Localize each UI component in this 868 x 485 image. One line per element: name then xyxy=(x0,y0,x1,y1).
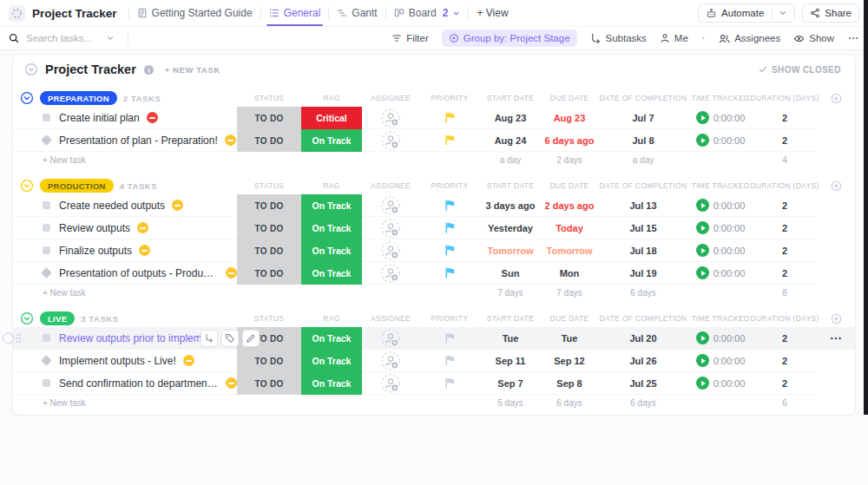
duration-cell[interactable]: 2 xyxy=(753,107,817,129)
completion-date-cell[interactable]: Jul 8 xyxy=(598,129,688,152)
start-date-cell[interactable]: Tomorrow xyxy=(480,239,541,262)
flag-icon[interactable] xyxy=(444,245,455,256)
priority-cell[interactable] xyxy=(419,239,480,262)
show-closed-toggle[interactable]: SHOW CLOSED xyxy=(759,65,841,75)
plus-circle-icon[interactable] xyxy=(831,313,842,324)
assignee-cell[interactable] xyxy=(362,327,419,350)
duration-cell[interactable]: 2 xyxy=(753,194,817,217)
status-cell[interactable]: TO DO xyxy=(237,217,301,239)
play-icon[interactable] xyxy=(696,199,709,212)
column-header-assignee[interactable]: ASSIGNEE xyxy=(362,177,419,194)
add-column-button[interactable] xyxy=(817,310,855,327)
time-tracked-cell[interactable]: 0:00:00 xyxy=(688,327,753,350)
automate-button[interactable]: Automate xyxy=(698,3,795,23)
column-header-start-date[interactable]: START DATE xyxy=(480,89,541,107)
due-date-cell[interactable]: Sep 12 xyxy=(541,350,598,372)
task-row[interactable]: Presentation of outputs - Production!TO … xyxy=(13,262,855,285)
assignee-add-icon[interactable] xyxy=(381,374,400,393)
status-cell[interactable]: TO DO xyxy=(237,239,301,262)
assignee-cell[interactable] xyxy=(362,350,419,372)
tab-getting-started-guide[interactable]: Getting Started Guide xyxy=(137,0,253,26)
time-tracked-cell[interactable]: 0:00:00 xyxy=(688,107,753,129)
more-options-icon[interactable] xyxy=(847,32,859,44)
duration-cell[interactable]: 2 xyxy=(753,262,817,285)
status-cell[interactable]: TO DO xyxy=(237,262,301,285)
tab-gantt[interactable]: Gantt xyxy=(337,0,377,26)
add-task-button[interactable]: + New task xyxy=(13,395,237,411)
column-header-status[interactable]: STATUS xyxy=(237,89,301,107)
spinner-icon[interactable] xyxy=(9,5,25,22)
assignee-add-icon[interactable] xyxy=(381,264,400,283)
priority-cell[interactable] xyxy=(419,194,480,217)
duration-cell[interactable]: 2 xyxy=(753,327,817,350)
flag-icon[interactable] xyxy=(444,112,455,123)
group-stage-badge[interactable]: PRODUCTION xyxy=(40,179,114,193)
task-title-cell[interactable]: Presentation of outputs - Production! xyxy=(13,262,237,285)
start-date-cell[interactable]: Yesterday xyxy=(480,217,541,239)
column-header-assignee[interactable]: ASSIGNEE xyxy=(362,310,419,327)
status-cell[interactable]: TO DO xyxy=(237,107,301,129)
tag-button[interactable] xyxy=(221,330,239,347)
column-header-priority[interactable]: PRIORITY xyxy=(419,89,480,107)
chevron-down-icon[interactable] xyxy=(106,34,115,43)
task-title[interactable]: Presentation of outputs - Production! xyxy=(59,267,219,279)
rag-cell[interactable]: On Track xyxy=(301,262,362,285)
blocked-badge-icon[interactable] xyxy=(139,245,150,256)
subtasks-button[interactable]: Subtasks xyxy=(590,33,647,44)
chevron-down-icon[interactable] xyxy=(452,10,460,17)
rag-cell[interactable]: On Track xyxy=(301,372,362,395)
flag-icon[interactable] xyxy=(444,332,455,344)
tab-general[interactable]: General xyxy=(269,0,321,26)
task-title-cell[interactable]: Presentation of plan - Preparation! xyxy=(13,129,237,152)
filter-button[interactable]: Filter xyxy=(391,33,429,43)
play-icon[interactable] xyxy=(696,354,709,367)
column-header-date-of-completion[interactable]: DATE OF COMPLETION xyxy=(598,177,688,194)
task-title[interactable]: Review outputs prior to implementation xyxy=(59,332,219,344)
completion-date-cell[interactable]: Jul 15 xyxy=(598,217,688,239)
task-title[interactable]: Send confirmation to department heads xyxy=(59,377,219,390)
task-row[interactable]: Presentation of plan - Preparation!TO DO… xyxy=(13,129,855,152)
completion-date-cell[interactable]: Jul 18 xyxy=(598,239,688,262)
due-date-cell[interactable]: 2 days ago xyxy=(541,194,598,217)
completion-date-cell[interactable]: Jul 20 xyxy=(598,327,688,350)
add-view-button[interactable]: + View xyxy=(477,0,508,26)
priority-cell[interactable] xyxy=(419,217,480,239)
time-tracked-cell[interactable]: 0:00:00 xyxy=(688,350,753,372)
play-icon[interactable] xyxy=(696,331,709,344)
add-subtask-button[interactable] xyxy=(201,330,218,347)
task-title-cell[interactable]: Create initial plan xyxy=(13,107,237,129)
column-header-assignee[interactable]: ASSIGNEE xyxy=(362,89,419,107)
start-date-cell[interactable]: Aug 23 xyxy=(480,107,541,129)
blocked-badge-icon[interactable] xyxy=(147,112,158,123)
task-title-cell[interactable]: Review outputs prior to implementation xyxy=(13,327,237,350)
completion-date-cell[interactable]: Jul 25 xyxy=(598,372,688,395)
flag-icon[interactable] xyxy=(444,377,455,389)
search-box[interactable] xyxy=(9,32,136,44)
assignee-cell[interactable] xyxy=(362,107,419,129)
play-icon[interactable] xyxy=(696,111,709,124)
task-row[interactable]: Review outputsTO DOOn TrackYesterdayToda… xyxy=(13,217,855,239)
flag-icon[interactable] xyxy=(444,355,455,366)
rag-cell[interactable]: Critical xyxy=(301,107,362,129)
info-icon[interactable] xyxy=(143,64,155,75)
group-by-button[interactable]: Group by: Project Stage xyxy=(442,29,577,47)
due-date-cell[interactable]: Sep 8 xyxy=(541,372,598,395)
column-header-time-tracked[interactable]: TIME TRACKED xyxy=(688,89,753,107)
plus-circle-icon[interactable] xyxy=(831,180,842,192)
due-date-cell[interactable]: Today xyxy=(541,217,598,239)
task-title[interactable]: Create initial plan xyxy=(59,112,140,124)
collapse-chevron-icon[interactable] xyxy=(24,62,38,76)
column-header-start-date[interactable]: START DATE xyxy=(480,177,541,194)
blocked-badge-icon[interactable] xyxy=(172,200,183,211)
start-date-cell[interactable]: Tue xyxy=(480,327,541,350)
start-date-cell[interactable]: 3 days ago xyxy=(480,194,541,217)
task-row[interactable]: Finalize outputsTO DOOn TrackTomorrowTom… xyxy=(13,239,855,262)
search-input[interactable] xyxy=(24,32,101,44)
due-date-cell[interactable]: Aug 23 xyxy=(541,107,598,129)
due-date-cell[interactable]: 6 days ago xyxy=(541,129,598,152)
task-title-cell[interactable]: Create needed outputs xyxy=(13,194,237,217)
due-date-cell[interactable]: Tomorrow xyxy=(541,239,598,262)
column-header-duration-days-[interactable]: DURATION (DAYS) xyxy=(753,89,817,107)
group-chevron-icon[interactable] xyxy=(20,179,34,193)
play-icon[interactable] xyxy=(696,244,709,257)
